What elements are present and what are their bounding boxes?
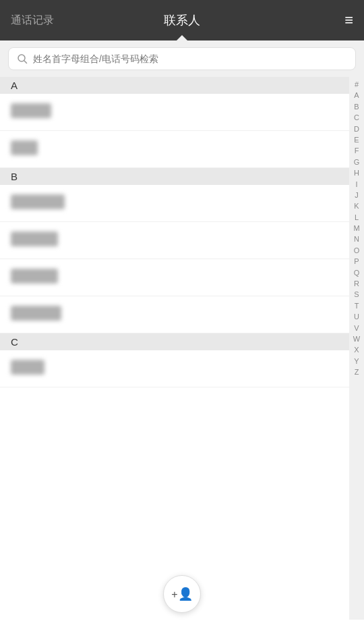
alpha-letter-F[interactable]: F	[355, 146, 359, 156]
contact-name	[11, 194, 65, 209]
list-item[interactable]	[0, 296, 349, 333]
alpha-letter-Q[interactable]: Q	[354, 268, 360, 278]
alpha-letter-V[interactable]: V	[354, 323, 359, 333]
contact-name	[11, 140, 38, 155]
list-item[interactable]	[0, 350, 349, 387]
search-input[interactable]	[33, 53, 347, 64]
alpha-letter-R[interactable]: R	[354, 279, 359, 289]
add-contact-button[interactable]: +👤	[163, 575, 201, 613]
list-item[interactable]	[0, 131, 349, 168]
alpha-letter-X[interactable]: X	[354, 345, 359, 355]
list-item[interactable]	[0, 185, 349, 222]
alpha-letter-N[interactable]: N	[354, 234, 359, 244]
alphabet-sidebar: #ABCDEFGHIJKLMNOPQRSTUVWXYZ	[349, 77, 364, 620]
contact-name	[11, 306, 61, 321]
search-icon	[17, 53, 28, 64]
section-header-B: B	[0, 168, 349, 185]
alpha-letter-B[interactable]: B	[354, 102, 359, 112]
alpha-letter-D[interactable]: D	[354, 124, 359, 134]
alpha-letter-K[interactable]: K	[354, 201, 359, 211]
contact-name	[11, 232, 58, 246]
search-bar	[0, 40, 364, 77]
alpha-letter-H[interactable]: H	[354, 168, 359, 178]
alpha-letter-T[interactable]: T	[355, 301, 359, 311]
list-item[interactable]	[0, 94, 349, 131]
add-contact-icon: +👤	[171, 587, 192, 601]
alpha-letter-O[interactable]: O	[354, 246, 360, 256]
alpha-letter-A[interactable]: A	[354, 90, 359, 101]
contact-name	[11, 269, 58, 284]
list-item[interactable]	[0, 259, 349, 296]
contact-list: ABC	[0, 77, 349, 620]
active-tab-indicator	[177, 35, 187, 40]
page-title: 联系人	[164, 12, 200, 28]
call-log-tab[interactable]: 通话记录	[11, 14, 54, 28]
alpha-letter-L[interactable]: L	[355, 213, 359, 223]
alpha-letter-Y[interactable]: Y	[354, 356, 359, 367]
alpha-letter-J[interactable]: J	[355, 190, 359, 200]
alpha-letter-W[interactable]: W	[353, 334, 360, 344]
header: 通话记录 联系人 ≡	[0, 0, 364, 40]
alpha-letter-U[interactable]: U	[354, 312, 359, 322]
alpha-letter-P[interactable]: P	[354, 256, 359, 267]
alpha-letter-I[interactable]: I	[355, 180, 357, 190]
alpha-letter-E[interactable]: E	[354, 135, 359, 145]
menu-icon[interactable]: ≡	[344, 13, 353, 28]
section-header-A: A	[0, 77, 349, 94]
section-header-C: C	[0, 333, 349, 350]
contact-name	[11, 103, 51, 118]
content-area: ABC #ABCDEFGHIJKLMNOPQRSTUVWXYZ	[0, 77, 364, 620]
search-input-wrapper[interactable]	[8, 47, 356, 70]
alpha-letter-G[interactable]: G	[354, 157, 360, 167]
alpha-letter-M[interactable]: M	[353, 223, 359, 234]
alpha-letter-Z[interactable]: Z	[355, 367, 359, 377]
list-item[interactable]	[0, 222, 349, 259]
alpha-letter-C[interactable]: C	[354, 113, 359, 123]
alpha-letter-#[interactable]: #	[355, 80, 359, 90]
alpha-letter-S[interactable]: S	[354, 290, 359, 300]
contact-name	[11, 360, 44, 375]
svg-line-1	[24, 61, 27, 63]
